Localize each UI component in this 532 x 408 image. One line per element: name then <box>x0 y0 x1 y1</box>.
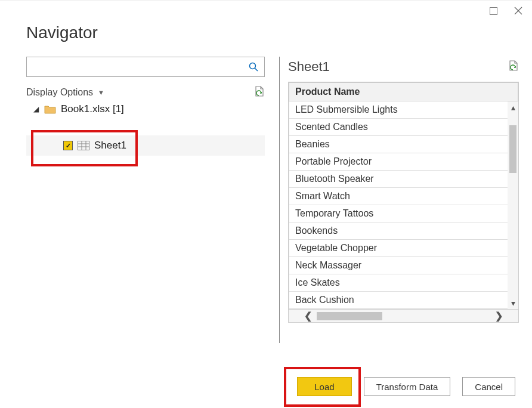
table-row[interactable]: Neck Massager <box>289 257 518 274</box>
table-row[interactable]: Temporary Tattoos <box>289 205 518 222</box>
hscroll-track[interactable] <box>317 312 490 320</box>
scroll-thumb-vertical[interactable] <box>509 125 516 173</box>
table-row[interactable]: Beanies <box>289 136 518 153</box>
search-input[interactable] <box>27 57 243 76</box>
tree-file-node[interactable]: ◢ Book1.xlsx [1] <box>26 109 265 135</box>
horizontal-scrollbar[interactable]: ❮ ❯ <box>288 310 519 323</box>
scroll-up-icon[interactable]: ▴ <box>511 101 515 113</box>
table-cell: LED Submersible Lights <box>289 101 518 119</box>
preview-refresh-icon[interactable] <box>508 60 519 74</box>
search-box[interactable] <box>26 57 265 77</box>
preview-panel: Sheet1 Product Name LED Submersible Ligh… <box>288 57 519 343</box>
scroll-left-icon[interactable]: ❮ <box>304 310 312 322</box>
preview-table: Product Name LED Submersible LightsScent… <box>289 82 518 309</box>
tree-sheet-node[interactable]: ✓ Sheet1 <box>26 135 265 156</box>
column-header[interactable]: Product Name <box>289 83 518 101</box>
table-icon <box>78 141 89 150</box>
maximize-icon <box>490 7 497 15</box>
dialog-title: Navigator <box>0 18 532 57</box>
table-cell: Bluetooth Speaker <box>289 171 518 188</box>
table-cell: Beanies <box>289 136 518 153</box>
table-row[interactable]: Smart Watch <box>289 188 518 205</box>
expand-caret-icon[interactable]: ◢ <box>32 105 39 113</box>
display-options-dropdown[interactable]: Display Options ▼ <box>26 87 104 98</box>
scroll-down-icon[interactable]: ▾ <box>511 297 515 309</box>
vertical-scrollbar[interactable]: ▴ ▾ <box>508 101 518 309</box>
close-button[interactable] <box>514 7 522 15</box>
close-icon <box>514 7 522 15</box>
preview-table-container: Product Name LED Submersible LightsScent… <box>288 82 519 310</box>
table-row[interactable]: Vegetable Chopper <box>289 240 518 257</box>
chevron-down-icon: ▼ <box>98 89 104 96</box>
display-options-label: Display Options <box>26 87 93 98</box>
transform-data-button[interactable]: Transform Data <box>364 377 451 396</box>
left-panel: Display Options ▼ ◢ Book1.xlsx [1] <box>26 57 276 343</box>
sheet-checkbox[interactable]: ✓ <box>63 141 73 150</box>
search-icon[interactable] <box>243 57 264 76</box>
load-button[interactable]: Load <box>297 377 351 396</box>
navigator-tree: ◢ Book1.xlsx [1] ✓ Sheet1 <box>26 109 265 156</box>
svg-point-3 <box>250 63 256 69</box>
table-cell: Bookends <box>289 222 518 240</box>
tree-file-label: Book1.xlsx [1] <box>61 103 124 115</box>
refresh-icon[interactable] <box>254 85 265 100</box>
scroll-right-icon[interactable]: ❯ <box>495 310 503 322</box>
preview-title: Sheet1 <box>288 59 330 75</box>
svg-rect-5 <box>78 141 89 150</box>
svg-rect-0 <box>490 7 497 14</box>
table-cell: Scented Candles <box>289 119 518 136</box>
table-row[interactable]: Bookends <box>289 222 518 240</box>
table-cell: Portable Projector <box>289 153 518 171</box>
table-row[interactable]: Scented Candles <box>289 119 518 136</box>
panel-divider <box>279 57 280 343</box>
tree-sheet-label: Sheet1 <box>94 140 126 152</box>
table-cell: Vegetable Chopper <box>289 240 518 257</box>
table-cell: Neck Massager <box>289 257 518 274</box>
table-row[interactable]: LED Submersible Lights <box>289 101 518 119</box>
table-cell: Temporary Tattoos <box>289 205 518 222</box>
table-row[interactable]: Ice Skates <box>289 274 518 292</box>
dialog-footer: Load Transform Data Cancel <box>0 365 532 408</box>
scroll-thumb-horizontal[interactable] <box>317 312 382 320</box>
svg-line-4 <box>255 69 258 72</box>
table-cell: Smart Watch <box>289 188 518 205</box>
table-cell: Back Cushion <box>289 292 518 309</box>
table-cell: Ice Skates <box>289 274 518 292</box>
table-row[interactable]: Back Cushion <box>289 292 518 309</box>
table-row[interactable]: Bluetooth Speaker <box>289 171 518 188</box>
maximize-button[interactable] <box>489 7 497 15</box>
cancel-button[interactable]: Cancel <box>462 377 515 396</box>
table-row[interactable]: Portable Projector <box>289 153 518 171</box>
folder-icon <box>44 104 56 114</box>
